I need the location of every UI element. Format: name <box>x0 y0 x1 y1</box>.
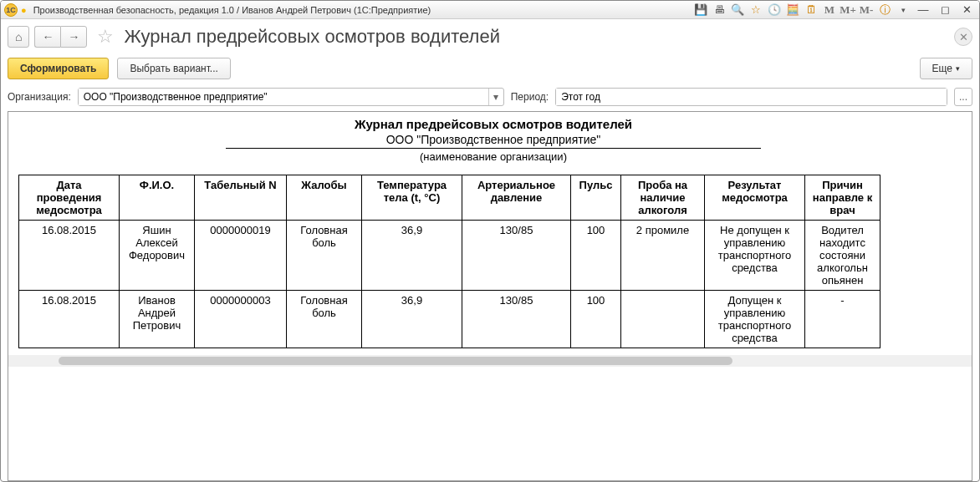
table-row[interactable]: 16.08.2015Иванов Андрей Петрович00000000… <box>19 291 880 348</box>
col-tabno: Табельный N <box>195 175 287 221</box>
table-header-row: Дата проведения медосмотра Ф.И.О. Табель… <box>19 175 880 221</box>
bullet-icon: ● <box>21 5 27 15</box>
cell-pulse: 100 <box>571 221 621 291</box>
more-label: Еще <box>932 63 952 74</box>
col-temp: Температура тела (t, °C) <box>362 175 462 221</box>
choose-variant-label: Выбрать вариант... <box>130 63 217 74</box>
search-icon[interactable]: 🔍 <box>730 3 745 17</box>
cell-result: Не допущен к управлению транспортного ср… <box>705 221 805 291</box>
minimize-button[interactable]: — <box>914 3 932 16</box>
col-date: Дата проведения медосмотра <box>19 175 120 221</box>
org-label: Организация: <box>8 91 71 103</box>
col-bp: Артериальное давление <box>462 175 571 221</box>
memory-m-icon[interactable]: M <box>822 3 837 17</box>
col-complaints: Жалобы <box>287 175 362 221</box>
col-reason: Причин направле к врач <box>805 175 880 221</box>
col-fio: Ф.И.О. <box>120 175 195 221</box>
cell-temp: 36,9 <box>362 221 462 291</box>
info-icon[interactable]: ⓘ <box>877 3 892 17</box>
period-label: Период: <box>511 91 549 103</box>
period-field[interactable] <box>555 88 947 106</box>
report-org: ООО "Производственное предприятие" <box>226 133 761 149</box>
cell-alcohol <box>621 291 705 348</box>
cell-reason: - <box>805 291 880 348</box>
org-dropdown-icon[interactable]: ▾ <box>488 89 503 105</box>
generate-button[interactable]: Сформировать <box>8 58 109 79</box>
app-logo-icon: 1C <box>4 3 18 17</box>
page-title: Журнал предрейсовых осмотров водителей <box>124 26 499 48</box>
generate-button-label: Сформировать <box>20 63 96 74</box>
cell-pulse: 100 <box>571 291 621 348</box>
cell-fio: Яшин Алексей Федорович <box>120 221 195 291</box>
forward-button[interactable]: → <box>60 26 87 48</box>
report-area[interactable]: Журнал предрейсовых осмотров водителей О… <box>8 111 972 481</box>
save-icon[interactable]: 💾 <box>693 3 708 17</box>
history-icon[interactable]: 🕓 <box>767 3 782 17</box>
choose-variant-button[interactable]: Выбрать вариант... <box>117 58 230 79</box>
maximize-button[interactable]: ◻ <box>936 3 954 16</box>
cell-bp: 130/85 <box>462 291 571 348</box>
table-row[interactable]: 16.08.2015Яшин Алексей Федорович00000000… <box>19 221 880 291</box>
window-title: Производственная безопасность, редакция … <box>33 5 431 15</box>
cell-tabno: 0000000019 <box>195 221 287 291</box>
home-button[interactable]: ⌂ <box>8 26 29 48</box>
filter-row: Организация: ▾ Период: ... <box>8 88 972 106</box>
favorite-icon[interactable]: ☆ <box>748 3 763 17</box>
close-page-button[interactable]: ✕ <box>954 28 972 46</box>
report-sub: (наименование организации) <box>8 150 972 163</box>
cell-bp: 130/85 <box>462 221 571 291</box>
memory-mp-icon[interactable]: M+ <box>840 3 855 17</box>
col-pulse: Пульс <box>571 175 621 221</box>
chevron-down-icon[interactable]: ▾ <box>896 3 911 17</box>
nav-row: ⌂ ← → ☆ Журнал предрейсовых осмотров вод… <box>8 26 972 48</box>
cell-complaints: Головная боль <box>287 291 362 348</box>
col-alcohol: Проба на наличие алкоголя <box>621 175 705 221</box>
report-title: Журнал предрейсовых осмотров водителей <box>8 117 972 131</box>
back-button[interactable]: ← <box>34 26 60 48</box>
cell-tabno: 0000000003 <box>195 291 287 348</box>
star-icon[interactable]: ☆ <box>97 26 114 48</box>
memory-mm-icon[interactable]: M- <box>859 3 874 17</box>
titlebar: 1C ● Производственная безопасность, реда… <box>1 1 979 19</box>
cell-result: Допущен к управлению транспортного средс… <box>705 291 805 348</box>
report-table: Дата проведения медосмотра Ф.И.О. Табель… <box>18 175 880 348</box>
scrollbar-thumb[interactable] <box>59 357 732 365</box>
col-result: Результат медосмотра <box>705 175 805 221</box>
ellipsis-icon: ... <box>959 91 967 103</box>
cell-alcohol: 2 промиле <box>621 221 705 291</box>
chevron-down-icon: ▾ <box>956 64 960 73</box>
cell-fio: Иванов Андрей Петрович <box>120 291 195 348</box>
cell-reason: Водител находитс состояни алкогольн опья… <box>805 221 880 291</box>
more-button[interactable]: Еще ▾ <box>920 58 972 79</box>
cell-complaints: Головная боль <box>287 221 362 291</box>
cell-date: 16.08.2015 <box>19 221 120 291</box>
period-picker-button[interactable]: ... <box>954 88 972 106</box>
calculator-icon[interactable]: 🧮 <box>785 3 800 17</box>
close-button[interactable]: ✕ <box>957 3 976 16</box>
period-input[interactable] <box>556 89 947 105</box>
cell-temp: 36,9 <box>362 291 462 348</box>
action-row: Сформировать Выбрать вариант... Еще ▾ <box>8 58 972 79</box>
horizontal-scrollbar[interactable] <box>8 355 972 367</box>
print-icon[interactable]: 🖶 <box>712 3 727 17</box>
org-input[interactable] <box>79 89 488 105</box>
org-combo[interactable]: ▾ <box>78 88 504 106</box>
calendar-icon[interactable]: 🗓 <box>804 3 819 17</box>
cell-date: 16.08.2015 <box>19 291 120 348</box>
